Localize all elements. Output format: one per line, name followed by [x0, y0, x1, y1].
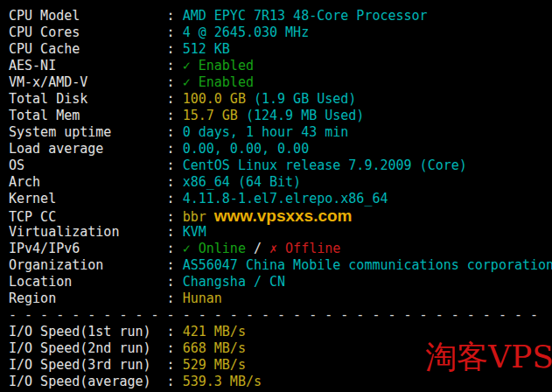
- terminal-row: TCP CC: bbr www.vpsxxs.com: [9, 207, 552, 224]
- field-label: VM-x/AMD-V: [9, 74, 167, 91]
- colon-separator: :: [167, 257, 183, 273]
- field-label: I/O Speed(average): [9, 374, 167, 390]
- colon-separator: :: [167, 108, 183, 123]
- field-value-segment: 668 MB/s: [183, 340, 246, 356]
- terminal-row: Arch: x86_64 (64 Bit): [9, 174, 552, 191]
- field-label: AES-NI: [9, 58, 167, 74]
- colon-separator: :: [167, 357, 183, 373]
- field-value-segment: 0 days, 1 hour 43 min: [183, 124, 349, 140]
- colon-separator: :: [167, 224, 183, 240]
- field-label: Total Disk: [9, 91, 167, 108]
- field-label: System uptime: [9, 124, 167, 141]
- field-value-segment: 512 KB: [183, 41, 230, 57]
- field-label: I/O Speed(2nd run): [9, 340, 167, 357]
- terminal-row: Location: Changsha / CN: [9, 274, 552, 290]
- field-value-segment: ✓ Online: [183, 241, 246, 256]
- benchmark-report: CPU Model: AMD EPYC 7R13 48-Core Process…: [9, 8, 552, 390]
- field-value-segment: (124.9 MB Used): [238, 108, 365, 123]
- field-value-segment: ✗ Offline: [269, 241, 340, 256]
- field-label: Virtualization: [9, 224, 167, 241]
- terminal-row: Region: Hunan: [9, 290, 552, 307]
- field-value-segment: AS56047 China Mobile communications corp…: [183, 257, 552, 273]
- colon-separator: :: [167, 290, 183, 306]
- colon-separator: :: [167, 191, 183, 206]
- terminal-row: VM-x/AMD-V: ✓ Enabled: [9, 74, 552, 91]
- field-value-segment: 529 MB/s: [183, 357, 246, 373]
- field-value-segment: CentOS Linux release 7.9.2009 (Core): [183, 158, 467, 173]
- colon-separator: :: [167, 58, 183, 74]
- field-label: IPv4/IPv6: [9, 241, 167, 257]
- field-label: Load average: [9, 141, 167, 158]
- field-value-segment: 4 @ 2645.030 MHz: [183, 24, 310, 40]
- terminal-row: CPU Cache: 512 KB: [9, 41, 552, 58]
- field-value-segment: Changsha / CN: [183, 274, 285, 290]
- field-value-segment: (1.9 GB Used): [246, 91, 356, 107]
- terminal-row: Total Mem: 15.7 GB (124.9 MB Used): [9, 108, 552, 124]
- terminal-row: Kernel: 4.11.8-1.el7.elrepo.x86_64: [9, 191, 552, 207]
- colon-separator: :: [167, 41, 183, 57]
- field-value-segment: ✓ Enabled: [183, 58, 254, 74]
- colon-separator: :: [167, 274, 183, 290]
- field-label: Organization: [9, 257, 167, 274]
- terminal-row: OS: CentOS Linux release 7.9.2009 (Core): [9, 158, 552, 174]
- terminal-row: Total Disk: 100.0 GB (1.9 GB Used): [9, 91, 552, 108]
- colon-separator: :: [167, 74, 183, 90]
- colon-separator: :: [167, 174, 183, 190]
- field-value-segment: 100.0 GB: [183, 91, 246, 107]
- field-label: CPU Cores: [9, 24, 167, 41]
- field-value-segment: ✓ Enabled: [183, 74, 254, 90]
- field-value-segment: x86_64 (64 Bit): [183, 174, 301, 190]
- terminal-screen[interactable]: CPU Model: AMD EPYC 7R13 48-Core Process…: [0, 0, 552, 392]
- field-value-segment: 4.11.8-1.el7.elrepo.x86_64: [183, 191, 388, 206]
- dashed-separator: - - - - - - - - - - - - - - - - - - - - …: [9, 307, 552, 324]
- field-value-segment: /: [246, 241, 269, 256]
- field-label: Region: [9, 290, 167, 307]
- field-label: OS: [9, 158, 167, 174]
- colon-separator: :: [167, 8, 183, 24]
- field-value-segment: KVM: [183, 224, 206, 240]
- field-value-segment: [206, 209, 214, 225]
- field-value-segment: 0.00, 0.00, 0.00: [183, 141, 310, 157]
- field-label: Kernel: [9, 191, 167, 207]
- colon-separator: :: [167, 340, 183, 356]
- field-value-segment: AMD EPYC 7R13 48-Core Processor: [183, 8, 428, 24]
- terminal-row: Organization: AS56047 China Mobile commu…: [9, 257, 552, 274]
- terminal-row: IPv4/IPv6: ✓ Online / ✗ Offline: [9, 241, 552, 257]
- colon-separator: :: [167, 24, 183, 40]
- terminal-row: Virtualization: KVM: [9, 224, 552, 241]
- terminal-row: Load average: 0.00, 0.00, 0.00: [9, 141, 552, 158]
- field-value-segment: 539.3 MB/s: [183, 374, 262, 389]
- terminal-row: CPU Model: AMD EPYC 7R13 48-Core Process…: [9, 8, 552, 24]
- field-value-segment: 421 MB/s: [183, 324, 246, 340]
- field-label: Location: [9, 274, 167, 290]
- field-value-segment: 15.7 GB: [183, 108, 238, 123]
- colon-separator: :: [167, 241, 183, 256]
- colon-separator: :: [167, 91, 183, 107]
- colon-separator: :: [167, 141, 183, 157]
- vpsxxs-watermark: www.vpsxxs.com: [214, 206, 353, 225]
- taoke-vps-watermark: 淘客VPS: [425, 338, 552, 376]
- colon-separator: :: [167, 209, 183, 225]
- field-label: CPU Cache: [9, 41, 167, 58]
- field-label: CPU Model: [9, 8, 167, 24]
- field-value-segment: bbr: [183, 209, 206, 225]
- field-label: Arch: [9, 174, 167, 191]
- terminal-row: System uptime: 0 days, 1 hour 43 min: [9, 124, 552, 141]
- field-value-segment: Hunan: [183, 290, 222, 306]
- field-label: I/O Speed(3rd run): [9, 357, 167, 374]
- terminal-row: CPU Cores: 4 @ 2645.030 MHz: [9, 24, 552, 41]
- colon-separator: :: [167, 324, 183, 340]
- colon-separator: :: [167, 158, 183, 173]
- field-label: I/O Speed(1st run): [9, 324, 167, 340]
- terminal-row: AES-NI: ✓ Enabled: [9, 58, 552, 74]
- field-label: Total Mem: [9, 108, 167, 124]
- colon-separator: :: [167, 124, 183, 140]
- colon-separator: :: [167, 374, 183, 389]
